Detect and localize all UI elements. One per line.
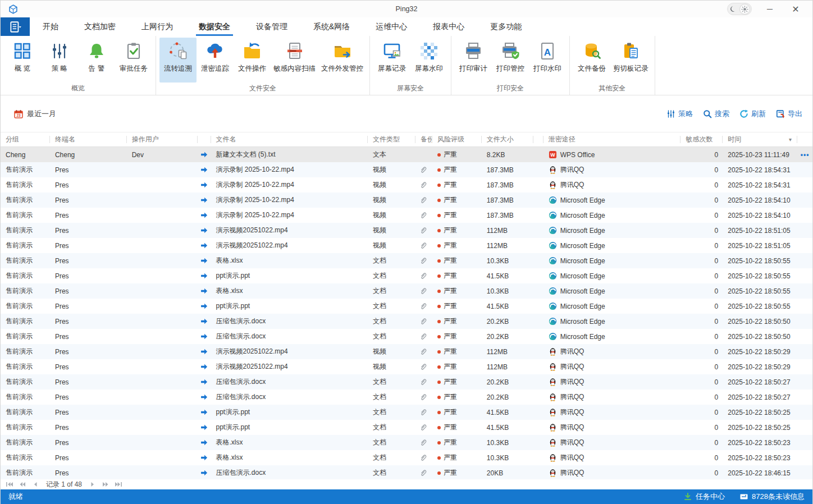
ribbon-button-print-audit[interactable]: 打印审计	[455, 38, 492, 83]
table-row[interactable]: 售前演示Pres表格.xlsx文档严重10.3KB腾讯QQ02025-10-22…	[1, 435, 812, 450]
ribbon-button-print-control[interactable]: 打印管控	[492, 38, 529, 83]
table-row[interactable]: 售前演示Presppt演示.ppt文档严重41.5KB腾讯QQ02025-10-…	[1, 405, 812, 420]
column-header-risk[interactable]: 风险评级	[432, 132, 482, 146]
table-row[interactable]: 售前演示Pres表格.xlsx文档严重10.3KB腾讯QQ02025-10-22…	[1, 450, 812, 465]
table-row[interactable]: 售前演示Pres表格.xlsx文档严重10.3KBMicrosoft Edge0…	[1, 283, 812, 299]
cell-terminal: Pres	[50, 162, 127, 177]
cell-size: 20.2KB	[482, 329, 533, 344]
table-row[interactable]: 售前演示Pres演示视频20251022.mp4视频严重112MB腾讯QQ020…	[1, 359, 812, 374]
column-header-count[interactable]: 敏感次数	[680, 132, 723, 146]
column-header-terminal[interactable]: 终端名	[50, 132, 127, 146]
cell-file-type: 文档	[368, 283, 415, 299]
cell-risk: 严重	[432, 435, 482, 450]
table-row[interactable]: 售前演示Pres压缩包演示.docx文档严重20.2KBMicrosoft Ed…	[1, 314, 812, 329]
sort-dropdown-icon[interactable]: ▾	[789, 136, 792, 143]
table-row[interactable]: 售前演示Pres压缩包演示.docx文档严重20.2KBMicrosoft Ed…	[1, 329, 812, 344]
table-row[interactable]: 售前演示Pres压缩包演示.docx文档严重20.2KB腾讯QQ02025-10…	[1, 390, 812, 405]
ribbon-button-flow-trace[interactable]: 流转追溯	[159, 38, 197, 83]
table-row[interactable]: 售前演示Presppt演示.ppt文档严重41.5KB腾讯QQ02025-10-…	[1, 420, 812, 435]
date-range-filter[interactable]: 最近一月	[14, 109, 56, 119]
ribbon-button-approval-tasks[interactable]: 审批任务	[115, 38, 152, 83]
nav-first-page-button[interactable]	[5, 481, 14, 488]
tab-internet-behavior[interactable]: 上网行为	[129, 17, 186, 36]
paperclip-icon	[419, 181, 428, 189]
nav-prev-button[interactable]	[31, 481, 40, 488]
column-header-size[interactable]: 文件大小	[482, 132, 533, 146]
column-header-group[interactable]: 分组	[1, 132, 50, 146]
cell-risk: 严重	[432, 238, 482, 253]
table-row[interactable]: 售前演示Pres压缩包演示.docx文档严重20.2KB腾讯QQ02025-10…	[1, 374, 812, 390]
status-ready-label: 就绪	[8, 492, 23, 502]
theme-toggle[interactable]	[727, 3, 752, 15]
table-row[interactable]: 售前演示Pres演示视频20251022.mp4视频严重112MBMicroso…	[1, 223, 812, 238]
cell-time: 2025-10-22 18:54:10	[723, 193, 797, 208]
table-row[interactable]: 售前演示Pres演示视频20251022.mp4视频严重112MBMicroso…	[1, 238, 812, 253]
file-menu-button[interactable]	[1, 17, 30, 36]
nav-fast-prev-button[interactable]	[18, 481, 27, 488]
minimize-button[interactable]: ─	[762, 3, 778, 15]
column-header-file[interactable]: 文件名	[211, 132, 368, 146]
tab-ops-center[interactable]: 运维中心	[363, 17, 420, 36]
ribbon-button-leak-tracking[interactable]: 泄密追踪	[197, 38, 234, 83]
unread-messages-button[interactable]: 8728条未读信息	[739, 492, 805, 502]
cell-channel: 腾讯QQ	[543, 344, 681, 359]
filter-action-policy[interactable]: 策略	[666, 109, 693, 119]
cell-arrow	[198, 223, 211, 238]
ribbon-button-policy[interactable]: 策 略	[41, 38, 78, 83]
ribbon-button-screen-watermark[interactable]: 屏幕水印	[410, 38, 447, 83]
filter-action-label: 搜索	[715, 109, 729, 119]
table-row[interactable]: 售前演示Pres演示录制 2025-10-22.mp4视频严重187.3MBMi…	[1, 193, 812, 208]
table-row[interactable]: 售前演示Pres演示录制 2025-10-22.mp4视频严重187.3MBMi…	[1, 208, 812, 223]
column-header-time[interactable]: 时间▾	[723, 132, 797, 146]
tab-system-network[interactable]: 系统&网络	[300, 17, 363, 36]
cell-group: 售前演示	[1, 162, 50, 177]
tab-more-features[interactable]: 更多功能	[477, 17, 535, 36]
table-row[interactable]: 售前演示Pres表格.xlsx文档严重10.3KBMicrosoft Edge0…	[1, 253, 812, 268]
ribbon-button-file-outgoing-control[interactable]: 文件外发管控	[318, 38, 366, 83]
nav-next-button[interactable]	[88, 481, 97, 488]
table-row[interactable]: 售前演示Pres演示录制 2025-10-22.mp4视频严重187.3MB腾讯…	[1, 177, 812, 193]
tab-data-security[interactable]: 数据安全	[186, 17, 243, 36]
table-row[interactable]: ChengChengDev新建文本文档 (5).txt文本严重8.2KBWPS …	[1, 147, 812, 162]
ribbon-button-print-watermark[interactable]: 打印水印	[529, 38, 566, 83]
cell-channel: Microsoft Edge	[543, 268, 681, 283]
ribbon-button-sensitive-content-scan[interactable]: 敏感内容扫描	[271, 38, 318, 83]
cell-risk: 严重	[432, 420, 482, 435]
task-center-button[interactable]: 任务中心	[683, 492, 725, 502]
table-row[interactable]: 售前演示Presppt演示.ppt文档严重41.5KBMicrosoft Edg…	[1, 299, 812, 314]
tab-start[interactable]: 开始	[30, 17, 71, 36]
table-row[interactable]: 售前演示Presppt演示.ppt文档严重41.5KBMicrosoft Edg…	[1, 268, 812, 283]
filter-action-export[interactable]: 导出	[776, 109, 802, 119]
ribbon-button-screen-record[interactable]: 屏幕记录	[373, 38, 410, 83]
cell-terminal: Pres	[50, 435, 127, 450]
table-row[interactable]: 售前演示Pres压缩包演示.docx文档严重20KB腾讯QQ02025-10-2…	[1, 465, 812, 479]
forward-arrow-icon	[200, 332, 208, 341]
column-header-channel[interactable]: 泄密途径	[543, 132, 681, 146]
table-row[interactable]: 售前演示Pres演示录制 2025-10-22.mp4视频严重187.3MB腾讯…	[1, 162, 812, 177]
column-header-user[interactable]: 操作用户	[127, 132, 198, 146]
cell-size: 20.2KB	[482, 390, 533, 405]
ribbon-button-alerts[interactable]: 告 警	[78, 38, 115, 83]
table-row[interactable]: 售前演示Pres演示视频20251022.mp4视频严重112MB腾讯QQ020…	[1, 344, 812, 359]
close-button[interactable]: ✕	[788, 3, 803, 15]
ribbon-button-overview[interactable]: 概 览	[4, 38, 41, 83]
nav-last-page-button[interactable]	[114, 481, 123, 488]
tab-device-management[interactable]: 设备管理	[243, 17, 300, 36]
sliders-icon	[50, 42, 69, 61]
cell-spacer	[533, 238, 543, 253]
ribbon-button-clipboard-record[interactable]: 剪切板记录	[610, 38, 651, 83]
paperclip-icon	[419, 469, 428, 477]
cell-sensitive-count: 0	[680, 465, 723, 479]
tab-doc-encryption[interactable]: 文档加密	[71, 17, 129, 36]
column-header-backup[interactable]: 备份	[415, 132, 432, 146]
column-header-type[interactable]: 文件类型	[368, 132, 415, 146]
forward-arrow-icon	[200, 256, 208, 265]
forward-arrow-icon	[200, 272, 208, 280]
filter-action-search[interactable]: 搜索	[703, 109, 729, 119]
ribbon-button-file-operations[interactable]: 文件操作	[234, 38, 271, 83]
nav-fast-next-button[interactable]	[101, 481, 110, 488]
tab-report-center[interactable]: 报表中心	[420, 17, 477, 36]
row-more-button[interactable]: •••	[801, 151, 810, 159]
ribbon-button-file-backup[interactable]: 文件备份	[573, 38, 610, 83]
filter-action-refresh[interactable]: 刷新	[739, 109, 766, 119]
